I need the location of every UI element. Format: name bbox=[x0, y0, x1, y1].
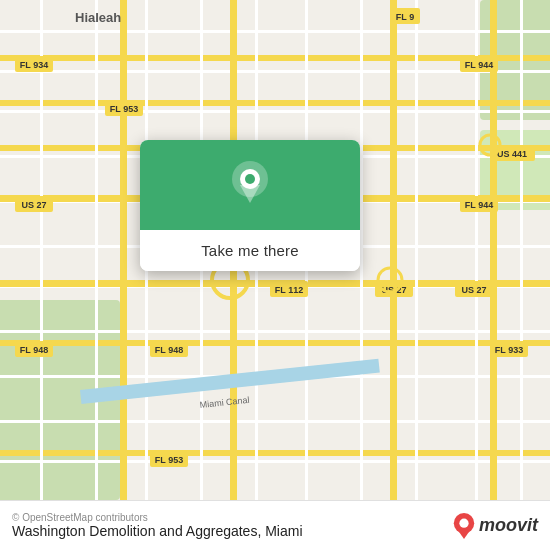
svg-text:FL 944: FL 944 bbox=[465, 60, 493, 70]
svg-rect-15 bbox=[0, 460, 550, 463]
svg-text:FL 933: FL 933 bbox=[495, 345, 523, 355]
svg-text:FL 948: FL 948 bbox=[20, 345, 48, 355]
svg-rect-23 bbox=[40, 0, 43, 500]
svg-rect-30 bbox=[415, 0, 418, 500]
popup-card: Take me there bbox=[140, 140, 360, 271]
svg-rect-14 bbox=[0, 420, 550, 423]
popup-header bbox=[140, 140, 360, 230]
svg-text:FL 934: FL 934 bbox=[20, 60, 48, 70]
moovit-brand-text: moovit bbox=[479, 515, 538, 536]
svg-rect-12 bbox=[0, 330, 550, 333]
location-name: Washington Demolition and Aggregates, Mi… bbox=[12, 523, 303, 539]
location-pin-icon bbox=[228, 159, 272, 211]
svg-text:Hialeah: Hialeah bbox=[75, 10, 121, 25]
svg-text:US 441: US 441 bbox=[497, 149, 527, 159]
moovit-logo: moovit bbox=[453, 513, 538, 539]
svg-rect-29 bbox=[360, 0, 363, 500]
moovit-pin-icon bbox=[453, 513, 475, 539]
svg-rect-7 bbox=[0, 110, 550, 113]
svg-rect-22 bbox=[0, 450, 550, 456]
bottom-bar: © OpenStreetMap contributors Washington … bbox=[0, 500, 550, 550]
take-me-there-button[interactable]: Take me there bbox=[140, 230, 360, 271]
svg-text:US 27: US 27 bbox=[461, 285, 486, 295]
svg-point-76 bbox=[459, 518, 468, 527]
svg-rect-36 bbox=[490, 0, 497, 500]
svg-text:FL 953: FL 953 bbox=[155, 455, 183, 465]
bottom-left-info: © OpenStreetMap contributors Washington … bbox=[12, 512, 303, 539]
svg-text:US 27: US 27 bbox=[21, 200, 46, 210]
svg-rect-32 bbox=[520, 0, 523, 500]
svg-text:FL 944: FL 944 bbox=[465, 200, 493, 210]
svg-rect-17 bbox=[0, 100, 550, 106]
svg-point-73 bbox=[245, 174, 255, 184]
svg-text:FL 9: FL 9 bbox=[396, 12, 414, 22]
map-container: FL 9 FL 934 FL 944 FL 953 US 441 FL 944 … bbox=[0, 0, 550, 500]
svg-rect-21 bbox=[0, 340, 550, 346]
svg-text:FL 948: FL 948 bbox=[155, 345, 183, 355]
copyright-text: © OpenStreetMap contributors bbox=[12, 512, 303, 523]
svg-rect-31 bbox=[475, 0, 478, 500]
svg-rect-24 bbox=[95, 0, 98, 500]
svg-rect-35 bbox=[390, 0, 397, 500]
svg-text:FL 953: FL 953 bbox=[110, 104, 138, 114]
svg-rect-5 bbox=[0, 30, 550, 33]
svg-marker-77 bbox=[457, 529, 470, 538]
svg-text:FL 112: FL 112 bbox=[275, 285, 303, 295]
svg-rect-33 bbox=[120, 0, 127, 500]
